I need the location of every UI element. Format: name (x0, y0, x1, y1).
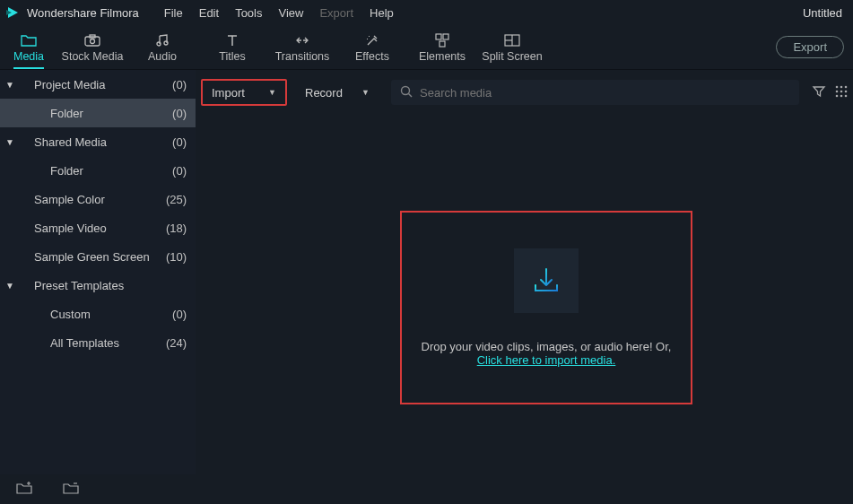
import-media-link[interactable]: Click here to import media. (477, 353, 616, 367)
svg-point-16 (836, 85, 839, 88)
tab-split-screen[interactable]: Split Screen (477, 25, 547, 70)
tab-titles[interactable]: Titles (197, 25, 267, 70)
import-icon (514, 248, 579, 313)
svg-point-18 (845, 85, 848, 88)
search-input[interactable] (420, 86, 790, 100)
sidebar-item-shared-folder[interactable]: Folder (0) (0, 156, 196, 185)
chevron-down-icon: ▼ (268, 88, 276, 97)
svg-rect-10 (440, 41, 445, 47)
svg-point-6 (164, 41, 168, 45)
project-title: Untitled (803, 6, 848, 20)
app-name: Wondershare Filmora (27, 6, 139, 20)
new-folder-icon[interactable] (16, 482, 32, 497)
menu-tools[interactable]: Tools (235, 6, 262, 20)
tab-stock-media[interactable]: Stock Media (57, 25, 127, 70)
export-button[interactable]: Export (776, 36, 844, 58)
menu-export: Export (319, 6, 353, 20)
tab-audio[interactable]: Audio (127, 25, 197, 70)
menu-edit[interactable]: Edit (199, 6, 219, 20)
tab-transitions[interactable]: Transitions (267, 25, 337, 70)
svg-point-14 (402, 86, 410, 94)
sidebar-item-sample-color[interactable]: Sample Color (25) (0, 185, 196, 213)
media-drop-zone[interactable]: Drop your video clips, images, or audio … (400, 211, 692, 404)
effects-icon (364, 32, 380, 48)
elements-icon (434, 32, 450, 48)
transitions-icon (294, 32, 310, 48)
svg-point-20 (840, 90, 843, 92)
sidebar-item-sample-green-screen[interactable]: Sample Green Screen (10) (0, 242, 196, 271)
search-box[interactable] (391, 80, 799, 105)
delete-folder-icon[interactable] (63, 482, 79, 497)
chevron-down-icon: ▼ (361, 88, 370, 97)
search-icon (400, 85, 413, 100)
sidebar-item-shared-media[interactable]: ▼ Shared Media (0) (0, 127, 196, 156)
svg-point-24 (845, 94, 848, 97)
sidebar-item-folder[interactable]: Folder (0) (0, 99, 196, 127)
sidebar-item-all-templates[interactable]: All Templates (24) (0, 328, 196, 357)
grid-view-icon[interactable] (835, 85, 848, 100)
tab-media[interactable]: Media (0, 25, 57, 70)
sidebar-item-project-media[interactable]: ▼ Project Media (0) (0, 70, 196, 99)
sidebar-item-sample-video[interactable]: Sample Video (18) (0, 213, 196, 242)
sidebar-item-preset-templates[interactable]: ▼ Preset Templates (0, 271, 196, 300)
menubar: File Edit Tools View Export Help (164, 6, 394, 20)
import-button[interactable]: Import ▼ (201, 79, 287, 106)
camera-icon (84, 32, 100, 48)
media-folder-icon (21, 32, 37, 48)
tab-effects[interactable]: Effects (337, 25, 407, 70)
svg-point-22 (836, 94, 839, 97)
app-logo (5, 5, 20, 20)
text-icon (224, 32, 240, 48)
sidebar-item-custom[interactable]: Custom (0) (0, 300, 196, 328)
svg-point-19 (836, 90, 839, 92)
menu-view[interactable]: View (278, 6, 303, 20)
svg-point-23 (840, 94, 843, 97)
filter-icon[interactable] (812, 84, 826, 101)
chevron-down-icon: ▼ (2, 137, 18, 147)
svg-point-21 (845, 90, 848, 92)
dropzone-text: Drop your video clips, images, or audio … (422, 340, 672, 353)
svg-point-17 (840, 85, 843, 88)
menu-file[interactable]: File (164, 6, 183, 20)
sidebar: ▼ Project Media (0) Folder (0) ▼ Shared … (0, 70, 196, 474)
tab-elements[interactable]: Elements (407, 25, 477, 70)
music-note-icon (154, 32, 170, 48)
svg-rect-9 (443, 34, 448, 39)
record-button[interactable]: Record ▼ (296, 80, 379, 105)
split-screen-icon (504, 32, 520, 48)
svg-line-15 (409, 93, 413, 97)
svg-point-3 (91, 39, 95, 43)
chevron-down-icon: ▼ (2, 80, 18, 90)
menu-help[interactable]: Help (370, 6, 394, 20)
chevron-down-icon: ▼ (2, 281, 18, 291)
svg-rect-8 (436, 34, 441, 39)
